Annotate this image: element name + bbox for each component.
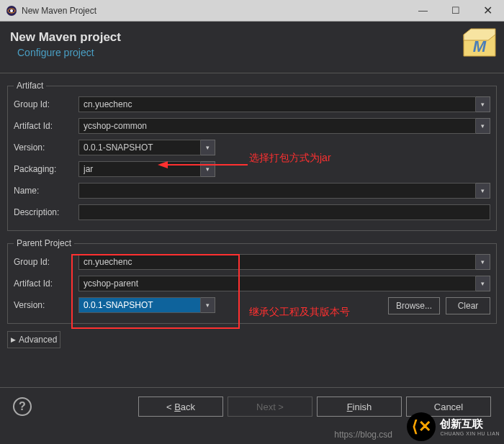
parent-artifact-id-label: Artifact Id:	[14, 278, 78, 289]
chevron-down-icon[interactable]: ▾	[476, 118, 490, 134]
annotation-packaging: 选择打包方式为jar	[249, 152, 331, 165]
svg-text:M: M	[473, 37, 487, 55]
parent-group-id-label: Group Id:	[14, 257, 78, 267]
close-button[interactable]: ✕	[472, 0, 504, 22]
wizard-header: New Maven project Configure project M	[0, 22, 504, 73]
name-label: Name:	[14, 186, 78, 196]
maximize-button[interactable]: ☐	[439, 0, 472, 22]
parent-fieldset: Parent Project Group Id: ▾ Artifact Id: …	[7, 238, 497, 324]
back-button[interactable]: < Back	[138, 397, 223, 417]
version-input[interactable]	[78, 140, 201, 155]
version-label: Version:	[14, 142, 78, 153]
page-subtitle: Configure project	[10, 47, 494, 58]
chevron-down-icon[interactable]: ▾	[201, 161, 215, 177]
group-id-label: Group Id:	[14, 99, 78, 109]
group-id-input[interactable]	[78, 96, 476, 112]
minimize-button[interactable]: —	[407, 0, 439, 22]
help-icon[interactable]: ?	[13, 397, 32, 416]
parent-version-input[interactable]	[78, 297, 201, 313]
chevron-down-icon[interactable]: ▾	[201, 140, 215, 155]
parent-group-id-input[interactable]	[78, 254, 476, 270]
watermark-sub: CHUANG XIN HU LIAN	[440, 431, 500, 436]
parent-artifact-id-input[interactable]	[78, 276, 476, 291]
page-title: New Maven project	[10, 30, 494, 45]
clear-button[interactable]: Clear	[446, 297, 490, 314]
chevron-down-icon[interactable]: ▾	[476, 96, 490, 112]
artifact-id-label: Artifact Id:	[14, 121, 78, 131]
artifact-legend: Artifact	[14, 81, 46, 91]
finish-button[interactable]: Finish	[317, 397, 402, 417]
watermark: ⟨✕ 创新互联 CHUANG XIN HU LIAN	[407, 412, 500, 441]
artifact-id-input[interactable]	[78, 118, 476, 134]
parent-version-label: Version:	[14, 300, 78, 310]
advanced-label: Advanced	[19, 335, 57, 345]
maven-banner-icon: M	[461, 27, 498, 59]
packaging-input[interactable]	[78, 161, 201, 177]
parent-legend: Parent Project	[14, 238, 74, 248]
browse-button[interactable]: Browse...	[388, 297, 440, 314]
blog-url-text: https://blog.csd	[334, 430, 392, 440]
name-input[interactable]	[78, 183, 476, 199]
window-title: New Maven Project	[22, 6, 407, 16]
eclipse-icon	[6, 5, 17, 17]
titlebar: New Maven Project — ☐ ✕	[0, 0, 504, 22]
packaging-label: Packaging:	[14, 164, 78, 174]
description-input[interactable]	[78, 204, 490, 220]
chevron-down-icon[interactable]: ▾	[476, 254, 490, 270]
advanced-expander[interactable]: ▶ Advanced	[7, 331, 60, 348]
watermark-logo-icon: ⟨✕	[407, 412, 436, 441]
triangle-right-icon: ▶	[11, 336, 16, 343]
description-label: Description:	[14, 207, 78, 217]
svg-point-2	[10, 9, 13, 12]
watermark-brand: 创新互联	[440, 417, 500, 431]
artifact-fieldset: Artifact Group Id: ▾ Artifact Id: ▾ Vers…	[7, 81, 497, 231]
chevron-down-icon[interactable]: ▾	[476, 276, 490, 291]
next-button: Next >	[228, 397, 312, 417]
chevron-down-icon[interactable]: ▾	[476, 183, 490, 199]
annotation-parent: 继承父工程及其版本号	[249, 306, 350, 319]
chevron-down-icon[interactable]: ▾	[201, 297, 215, 313]
